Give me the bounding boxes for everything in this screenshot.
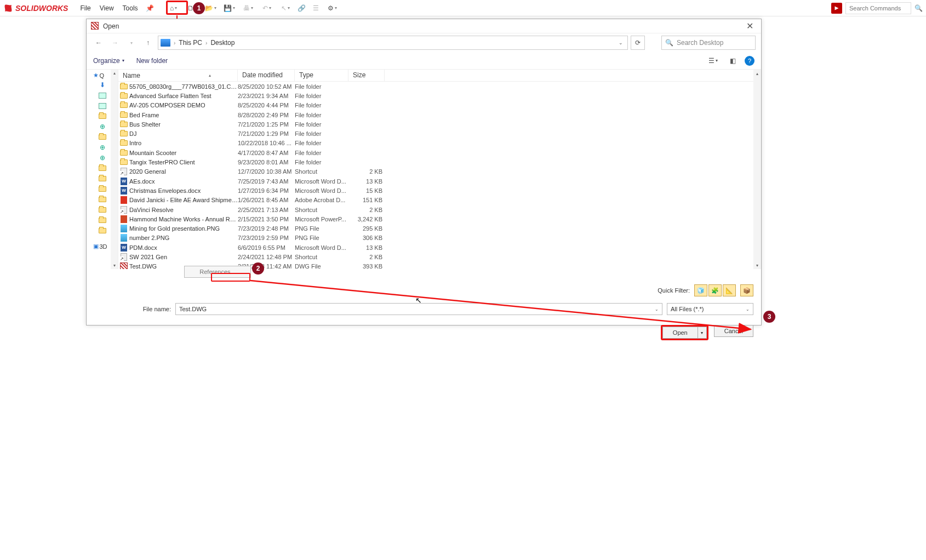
sidebar-item[interactable]: ⬇: [98, 81, 107, 89]
menu-tools[interactable]: Tools: [118, 4, 142, 12]
options-list-button[interactable]: ☰: [310, 2, 323, 15]
rebuild-button[interactable]: 🔗: [295, 2, 308, 15]
file-date: 7/23/2019 2:59 PM: [238, 235, 295, 241]
filetype-dropdown-icon[interactable]: ⌄: [746, 307, 750, 312]
col-name[interactable]: Name▴: [118, 70, 238, 81]
magnifier-icon[interactable]: 🔍: [914, 4, 923, 12]
file-row[interactable]: AV-205 COMPOSER DEMO8/25/2020 4:44 PMFil…: [118, 101, 761, 110]
undo-button[interactable]: ↶▾: [258, 2, 276, 15]
sidebar-item[interactable]: [98, 112, 107, 121]
dialog-open-button[interactable]: Open: [662, 327, 698, 339]
file-type: File folder: [295, 150, 348, 156]
new-button[interactable]: 🗋▾: [184, 2, 201, 15]
file-row[interactable]: WAEs.docx7/25/2019 7:43 AMMicrosoft Word…: [118, 176, 761, 186]
save-button[interactable]: 💾▾: [221, 2, 238, 15]
file-date: 10/22/2018 10:46 ...: [238, 140, 295, 146]
file-row[interactable]: Intro10/22/2018 10:46 ...File folder: [118, 139, 761, 148]
file-row[interactable]: Mountain Scooter4/17/2020 8:47 AMFile fo…: [118, 148, 761, 157]
sidebar-item[interactable]: [98, 205, 107, 214]
folder-search[interactable]: 🔍 Search Desktop: [661, 36, 756, 50]
sidebar-item[interactable]: [98, 216, 107, 225]
qf-toplevel-button[interactable]: 📦: [740, 284, 753, 296]
col-date[interactable]: Date modified: [238, 70, 295, 81]
nav-recent-button[interactable]: ▾: [125, 36, 138, 49]
view-mode-button[interactable]: ☰ ▾: [705, 55, 721, 67]
sidebar-item[interactable]: ⊕: [98, 143, 107, 152]
file-row[interactable]: David Janicki - Elite AE Award Shipment …: [118, 196, 761, 205]
file-type: Shortcut: [295, 207, 348, 213]
filetype-combo[interactable]: All Files (*.*) ⌄: [667, 303, 753, 315]
col-type[interactable]: Type: [295, 70, 348, 81]
file-type: PNG File: [295, 235, 348, 241]
app-name: SOLIDWORKS: [15, 4, 68, 13]
new-folder-button[interactable]: New folder: [136, 57, 168, 65]
file-row[interactable]: number 2.PNG7/23/2019 2:59 PMPNG File306…: [118, 233, 761, 243]
sidebar-item[interactable]: ⊕: [98, 153, 107, 162]
refresh-button[interactable]: ⟳: [631, 36, 645, 50]
sidebar-item[interactable]: [98, 226, 107, 235]
breadcrumb-desktop[interactable]: Desktop: [208, 39, 237, 47]
file-row[interactable]: SW 2021 Gen2/24/2021 12:48 PMShortcut2 K…: [118, 252, 761, 261]
open-button[interactable]: 📂▾: [202, 2, 220, 15]
dialog-open-split[interactable]: ▾: [698, 327, 707, 339]
organize-button[interactable]: Organize ▾: [93, 57, 124, 65]
file-row[interactable]: Bus Shelter7/21/2020 1:25 PMFile folder: [118, 119, 761, 129]
qf-asm-button[interactable]: 🧩: [708, 284, 722, 296]
home-button[interactable]: ⌂▾: [165, 2, 182, 15]
file-row[interactable]: WChristmas Envelopes.docx1/27/2019 6:34 …: [118, 186, 761, 195]
preview-pane-button[interactable]: ◧: [725, 55, 740, 67]
sidebar-item[interactable]: [98, 195, 107, 204]
menu-file[interactable]: File: [76, 4, 95, 12]
sidebar-item[interactable]: [98, 91, 107, 100]
col-size[interactable]: Size: [348, 70, 385, 81]
dialog-cancel-button[interactable]: Cancel: [714, 325, 753, 337]
file-row[interactable]: Mining for Gold presentation.PNG7/23/201…: [118, 224, 761, 233]
settings-button[interactable]: ⚙▾: [324, 2, 341, 15]
sidebar-3d[interactable]: ▣3D: [93, 243, 112, 250]
pin-icon[interactable]: 📌: [146, 4, 154, 12]
open-dialog: Open ✕ ← → ▾ ↑ › This PC › Desktop ⌄ ⟳ 🔍…: [86, 19, 762, 325]
app-logo: SOLIDWORKS: [3, 3, 68, 13]
sidebar-item[interactable]: [98, 133, 107, 141]
sidebar-item[interactable]: [98, 164, 107, 173]
help-button[interactable]: ?: [745, 56, 754, 66]
dialog-nav-row: ← → ▾ ↑ › This PC › Desktop ⌄ ⟳ 🔍 Search…: [87, 33, 761, 52]
file-row[interactable]: Tangix TesterPRO Client9/23/2020 8:01 AM…: [118, 157, 761, 167]
print-button[interactable]: 🖶▾: [239, 2, 257, 15]
file-row[interactable]: 2020 General12/7/2020 10:38 AMShortcut2 …: [118, 167, 761, 176]
breadcrumb-dropdown[interactable]: ⌄: [619, 40, 625, 45]
sidebar-item[interactable]: ⊕: [98, 122, 107, 131]
file-row[interactable]: Hammond Machine Works - Annual Revi...2/…: [118, 214, 761, 224]
sidebar-item[interactable]: [98, 174, 107, 183]
select-button[interactable]: ↖▾: [277, 2, 294, 15]
file-row[interactable]: Bed Frame8/28/2020 2:49 PMFile folder: [118, 110, 761, 119]
filelist-scrollbar[interactable]: ▴▾: [753, 70, 761, 269]
search-commands-input[interactable]: [845, 2, 911, 14]
breadcrumb[interactable]: › This PC › Desktop ⌄: [158, 36, 628, 50]
references-button[interactable]: References...: [184, 266, 251, 278]
breadcrumb-thispc[interactable]: This PC: [176, 39, 204, 47]
sidebar-scrollbar[interactable]: ▴▾: [111, 70, 118, 269]
folder-icon: [118, 84, 129, 89]
nav-forward-button[interactable]: →: [108, 36, 122, 49]
menu-view[interactable]: View: [95, 4, 118, 12]
sidebar-item[interactable]: [98, 185, 107, 193]
file-list: Name▴ Date modified Type Size 55705_0803…: [118, 70, 761, 269]
sidebar-quick[interactable]: ★Q: [93, 72, 112, 79]
file-name: Hammond Machine Works - Annual Revi...: [129, 216, 238, 222]
qf-drawing-button[interactable]: 📐: [723, 284, 736, 296]
file-row[interactable]: 55705_08030rg___777WB0163_01.CATPro...8/…: [118, 82, 761, 91]
file-row[interactable]: DaVinci Resolve2/25/2021 7:13 AMShortcut…: [118, 205, 761, 214]
filename-dropdown-icon[interactable]: ⌄: [655, 307, 659, 312]
qf-part-button[interactable]: 🧊: [694, 284, 707, 296]
sidebar-item[interactable]: [98, 101, 107, 110]
nav-back-button[interactable]: ←: [92, 36, 105, 49]
word-icon: W: [118, 187, 129, 195]
nav-up-button[interactable]: ↑: [141, 36, 155, 49]
file-type: Adobe Acrobat D...: [295, 197, 348, 203]
file-row[interactable]: DJ7/21/2020 1:29 PMFile folder: [118, 129, 761, 138]
file-row[interactable]: Advanced Surface Flatten Test2/23/2021 9…: [118, 91, 761, 100]
filename-input[interactable]: Test.DWG ⌄: [175, 303, 662, 315]
dialog-close-button[interactable]: ✕: [743, 21, 757, 31]
file-row[interactable]: WPDM.docx6/6/2019 6:55 PMMicrosoft Word …: [118, 243, 761, 252]
